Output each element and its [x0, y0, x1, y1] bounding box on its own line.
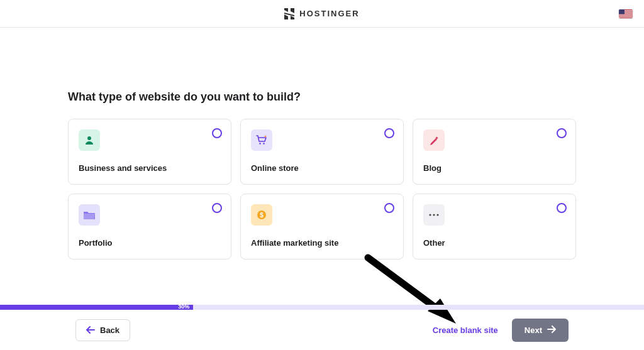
option-online-store[interactable]: Online store [240, 119, 404, 185]
radio-unchecked-icon [557, 128, 567, 138]
pencil-icon [423, 129, 445, 151]
svg-text:$: $ [260, 212, 264, 219]
svg-point-16 [433, 214, 435, 216]
svg-point-17 [436, 214, 438, 216]
next-button[interactable]: Next [512, 319, 569, 342]
option-label: Business and services [79, 163, 221, 173]
progress-bar: 30% [0, 305, 644, 310]
brand-name: HOSTINGER [299, 9, 359, 18]
option-label: Portfolio [79, 238, 221, 248]
brand-logo: HOSTINGER [284, 8, 359, 19]
radio-unchecked-icon [384, 203, 394, 213]
option-label: Affiliate marketing site [251, 238, 393, 248]
option-business-and-services[interactable]: Business and services [68, 119, 231, 185]
svg-point-9 [259, 143, 261, 145]
website-type-options: Business and services Online store Blog … [68, 119, 576, 260]
folder-icon [79, 204, 100, 226]
svg-rect-7 [619, 9, 625, 14]
svg-rect-4 [619, 14, 633, 14]
option-affiliate-marketing[interactable]: $ Affiliate marketing site [240, 194, 404, 260]
language-flag-us[interactable] [619, 9, 633, 18]
onboarding-step: What type of website do you want to buil… [0, 28, 644, 260]
option-label: Online store [251, 163, 393, 173]
back-button[interactable]: Back [75, 319, 130, 341]
option-other[interactable]: Other [413, 194, 576, 260]
svg-point-15 [429, 214, 431, 216]
radio-unchecked-icon [212, 203, 222, 213]
person-icon [79, 129, 100, 151]
arrow-right-icon [547, 325, 556, 335]
app-header: HOSTINGER [0, 0, 644, 28]
svg-rect-6 [619, 16, 633, 17]
dollar-icon: $ [251, 204, 272, 226]
progress-fill: 30% [0, 305, 193, 310]
step-question: What type of website do you want to buil… [68, 90, 576, 104]
radio-unchecked-icon [557, 203, 567, 213]
option-label: Blog [423, 163, 565, 173]
svg-point-11 [264, 135, 266, 137]
create-blank-site-link[interactable]: Create blank site [433, 325, 498, 335]
svg-rect-5 [619, 15, 633, 16]
svg-point-8 [87, 136, 91, 140]
next-label: Next [525, 325, 542, 335]
option-label: Other [423, 238, 565, 248]
arrow-left-icon [86, 326, 95, 334]
radio-unchecked-icon [384, 128, 394, 138]
back-label: Back [100, 325, 119, 335]
radio-unchecked-icon [212, 128, 222, 138]
dots-icon [423, 204, 445, 226]
hostinger-mark-icon [284, 8, 294, 19]
progress-percent: 30% [178, 304, 189, 310]
svg-line-18 [368, 258, 440, 311]
option-portfolio[interactable]: Portfolio [68, 194, 231, 260]
option-blog[interactable]: Blog [413, 119, 576, 185]
svg-point-10 [263, 143, 265, 145]
cart-icon [251, 129, 272, 151]
footer-bar: Back Create blank site Next [0, 310, 644, 350]
